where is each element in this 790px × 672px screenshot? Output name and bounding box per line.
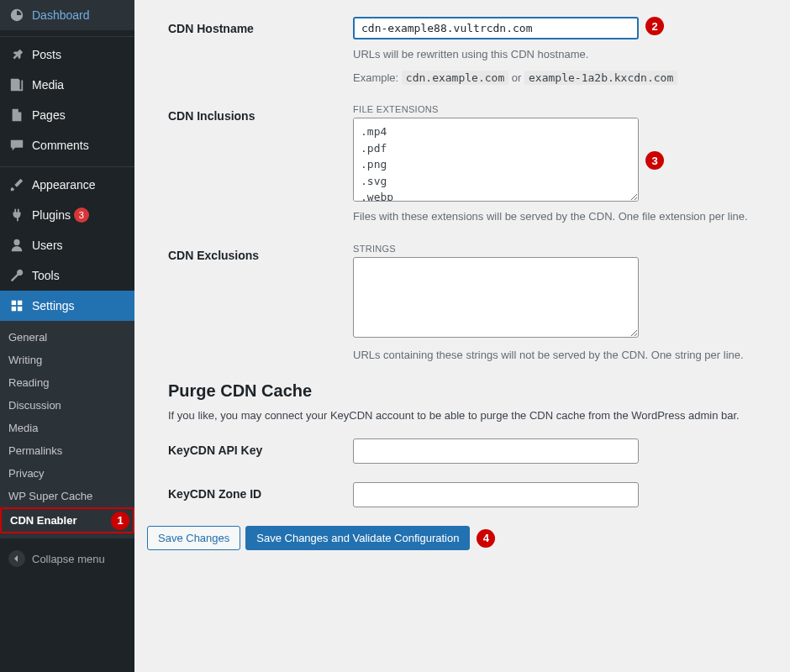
cdn-hostname-input[interactable] [353, 17, 639, 39]
menu-item-plugins[interactable]: Plugins 3 [0, 200, 134, 230]
menu-label: Plugins [32, 208, 71, 222]
label-keycdn-api-key: KeyCDN API Key [168, 438, 353, 457]
exclusions-subhead: STRINGS [353, 244, 773, 254]
page-icon [8, 107, 25, 123]
exclusions-textarea[interactable] [353, 257, 639, 338]
keycdn-api-key-input[interactable] [353, 438, 639, 464]
menu-item-pages[interactable]: Pages [0, 100, 134, 130]
menu-label: Dashboard [32, 8, 90, 22]
save-changes-button[interactable]: Save Changes [147, 526, 240, 550]
submenu-wp-super-cache[interactable]: WP Super Cache [0, 485, 134, 507]
svg-rect-2 [12, 307, 16, 311]
menu-label: Appearance [32, 178, 96, 192]
menu-label: Comments [32, 139, 89, 152]
annotation-1: CDN Enabler 1 [0, 507, 134, 533]
menu-item-posts[interactable]: Posts [0, 39, 134, 70]
menu-item-appearance[interactable]: Appearance [0, 170, 134, 200]
annotation-badge-2: 2 [645, 17, 664, 35]
settings-content: CDN Hostname 2 URLs will be rewritten us… [134, 0, 790, 672]
submenu-reading[interactable]: Reading [0, 371, 134, 394]
media-icon [8, 76, 25, 93]
dashboard-icon [8, 7, 25, 24]
menu-item-comments[interactable]: Comments [0, 130, 134, 160]
collapse-menu[interactable]: Collapse menu [0, 543, 134, 574]
exclusions-desc: URLs containing these strings will not b… [353, 347, 773, 364]
menu-item-settings[interactable]: Settings [0, 291, 134, 321]
label-keycdn-zone-id: KeyCDN Zone ID [168, 482, 353, 501]
comment-icon [8, 137, 25, 154]
menu-label: Settings [32, 299, 75, 312]
menu-label: Pages [32, 108, 66, 122]
submenu-writing[interactable]: Writing [0, 349, 134, 371]
submenu-permalinks[interactable]: Permalinks [0, 439, 134, 462]
menu-label: Media [32, 78, 64, 92]
menu-item-users[interactable]: Users [0, 230, 134, 260]
collapse-label: Collapse menu [32, 553, 105, 565]
annotation-badge-3: 3 [645, 151, 664, 170]
file-extensions-textarea[interactable] [353, 118, 639, 202]
hostname-desc: URLs will be rewritten using this CDN ho… [353, 46, 773, 63]
submenu-discussion[interactable]: Discussion [0, 394, 134, 417]
menu-label: Tools [32, 269, 60, 282]
menu-item-tools[interactable]: Tools [0, 260, 134, 291]
save-and-validate-button[interactable]: Save Changes and Validate Configuration [245, 526, 470, 550]
keycdn-zone-id-input[interactable] [353, 482, 639, 507]
svg-rect-3 [18, 307, 22, 311]
plugins-badge: 3 [74, 207, 89, 223]
menu-item-media[interactable]: Media [0, 70, 134, 100]
submenu-media[interactable]: Media [0, 417, 134, 439]
label-cdn-hostname: CDN Hostname [168, 17, 353, 35]
svg-rect-1 [18, 301, 22, 305]
inclusions-desc: Files with these extensions will be serv… [353, 208, 773, 225]
settings-icon [8, 297, 25, 314]
chevron-left-icon [8, 550, 25, 567]
user-icon [8, 237, 25, 254]
label-cdn-inclusions: CDN Inclusions [168, 104, 353, 123]
inclusions-subhead: FILE EXTENSIONS [353, 104, 773, 114]
admin-sidebar: Dashboard Posts Media Pages Comments App… [0, 0, 134, 672]
menu-label: Posts [32, 48, 61, 61]
pin-icon [8, 46, 25, 63]
plug-icon [8, 207, 25, 223]
svg-rect-0 [12, 301, 16, 305]
annotation-badge-4: 4 [477, 529, 495, 548]
submenu-general[interactable]: General [0, 326, 134, 349]
purge-heading: Purge CDN Cache [168, 381, 773, 401]
menu-label: Users [32, 239, 63, 252]
submenu-privacy[interactable]: Privacy [0, 462, 134, 485]
submenu-cdn-enabler[interactable]: CDN Enabler [2, 509, 111, 532]
purge-desc: If you like, you may connect your KeyCDN… [168, 409, 773, 422]
menu-item-dashboard[interactable]: Dashboard [0, 0, 134, 30]
label-cdn-exclusions: CDN Exclusions [168, 244, 353, 262]
wrench-icon [8, 267, 25, 284]
hostname-example: Example: cdn.example.com or example-1a2b… [353, 70, 773, 87]
brush-icon [8, 176, 25, 193]
annotation-badge-1: 1 [111, 512, 129, 530]
settings-submenu: General Writing Reading Discussion Media… [0, 321, 134, 538]
